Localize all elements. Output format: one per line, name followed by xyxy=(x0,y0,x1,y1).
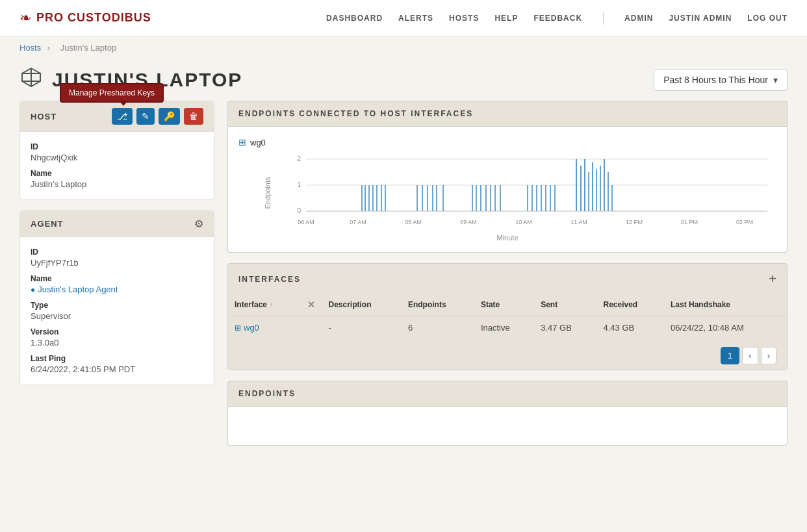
interfaces-header: INTERFACES + xyxy=(228,264,787,294)
interface-sort[interactable]: Interface ↑ xyxy=(235,300,294,309)
interfaces-section: INTERFACES + Interface ↑ xyxy=(227,263,788,370)
svg-rect-23 xyxy=(376,185,378,211)
svg-rect-30 xyxy=(436,185,437,211)
svg-text:02 PM: 02 PM xyxy=(736,219,753,225)
content-layout: HOST Manage Preshared Keys ⎇ ✎ 🔑 🗑 ID xyxy=(19,101,788,446)
y-axis-label: Endpoints xyxy=(264,177,272,209)
host-id-value: NhgcwtjQxik xyxy=(31,153,203,162)
svg-text:2: 2 xyxy=(297,155,301,162)
interfaces-title: INTERFACES xyxy=(238,275,301,284)
col-sent: Sent xyxy=(534,294,596,316)
next-page-button[interactable]: › xyxy=(761,347,776,364)
svg-rect-25 xyxy=(385,185,386,211)
chevron-down-icon: ▾ xyxy=(773,75,778,85)
agent-card-title: AGENT xyxy=(31,219,64,229)
nav-justin-admin[interactable]: JUSTIN ADMIN xyxy=(669,14,732,23)
nav-admin[interactable]: ADMIN xyxy=(624,14,653,23)
col-state: State xyxy=(474,294,534,316)
chart-svg-container: 2 1 0 06 AM 07 AM 08 AM 09 AM 10 AM xyxy=(277,153,776,233)
agent-last-ping-value: 6/24/2022, 2:41:05 PM PDT xyxy=(31,364,203,374)
svg-rect-51 xyxy=(596,169,597,211)
prev-page-button[interactable]: ‹ xyxy=(742,347,758,364)
chart-interface-name: wg0 xyxy=(250,138,266,147)
svg-text:0: 0 xyxy=(297,207,301,214)
svg-rect-35 xyxy=(485,185,487,211)
host-card: HOST Manage Preshared Keys ⎇ ✎ 🔑 🗑 ID xyxy=(19,101,214,200)
agent-version-value: 1.3.0a0 xyxy=(31,338,203,348)
nav-logout[interactable]: LOG OUT xyxy=(747,14,788,23)
svg-text:01 PM: 01 PM xyxy=(681,219,698,225)
col-received: Received xyxy=(596,294,663,316)
agent-id-label: ID xyxy=(31,247,203,257)
page-1-button[interactable]: 1 xyxy=(721,347,739,364)
manage-keys-tooltip: Manage Preshared Keys xyxy=(60,83,164,103)
host-card-header: HOST Manage Preshared Keys ⎇ ✎ 🔑 🗑 xyxy=(20,101,214,132)
cell-received: 4.43 GB xyxy=(596,316,663,339)
svg-rect-24 xyxy=(381,185,382,211)
add-interface-button[interactable]: + xyxy=(769,272,776,286)
col-endpoints: Endpoints xyxy=(402,294,474,316)
x-axis-label: Minute xyxy=(238,234,776,242)
svg-text:12 PM: 12 PM xyxy=(626,219,643,225)
cell-last-handshake: 06/24/22, 10:48 AM xyxy=(664,316,787,339)
svg-rect-32 xyxy=(472,185,473,211)
cell-remove xyxy=(301,316,322,339)
svg-text:08 AM: 08 AM xyxy=(405,219,422,225)
host-name-value: Justin's Laptop xyxy=(31,179,203,189)
delete-button[interactable]: 🗑 xyxy=(184,108,203,125)
breadcrumb-parent[interactable]: Hosts xyxy=(19,43,41,53)
nav-hosts[interactable]: HOSTS xyxy=(449,14,479,23)
chart-area: Endpoints 2 1 xyxy=(238,153,776,233)
nav-alerts[interactable]: ALERTS xyxy=(398,14,433,23)
breadcrumb-current: Justin's Laptop xyxy=(60,43,116,53)
col-last-handshake: Last Handshake xyxy=(664,294,787,316)
col-remove: ✕ xyxy=(301,294,322,316)
wg0-icon: ⊞ xyxy=(235,323,241,333)
host-id-label: ID xyxy=(31,142,203,151)
interfaces-table-container: Interface ↑ ✕ Description Endpoints Stat… xyxy=(228,294,787,370)
agent-link-text: Justin's Laptop Agent xyxy=(38,285,118,294)
endpoints-section: ENDPOINTS xyxy=(227,381,788,446)
left-panel: HOST Manage Preshared Keys ⎇ ✎ 🔑 🗑 ID xyxy=(19,101,214,446)
svg-text:10 AM: 10 AM xyxy=(515,219,532,225)
endpoints-chart-title: ENDPOINTS CONNECTED TO HOST INTERFACES xyxy=(238,109,473,118)
logo-icon: ❧ xyxy=(19,10,31,27)
branch-button[interactable]: ⎇ xyxy=(112,108,133,125)
svg-rect-19 xyxy=(361,185,363,211)
wg-chart-icon: ⊞ xyxy=(238,137,246,147)
svg-rect-39 xyxy=(527,185,528,211)
svg-rect-40 xyxy=(532,185,533,211)
edit-button[interactable]: ✎ xyxy=(136,108,155,125)
svg-rect-38 xyxy=(500,185,501,211)
svg-rect-46 xyxy=(576,159,577,211)
svg-rect-41 xyxy=(536,185,537,211)
svg-rect-54 xyxy=(608,172,609,211)
nav-help[interactable]: HELP xyxy=(494,14,518,23)
nav-feedback[interactable]: FEEDBACK xyxy=(533,14,582,23)
agent-version-label: Version xyxy=(31,327,203,336)
wg0-link[interactable]: ⊞ wg0 xyxy=(235,323,294,333)
endpoints-section-body xyxy=(228,406,787,445)
svg-text:1: 1 xyxy=(297,181,301,188)
agent-name-label: Name xyxy=(31,274,203,283)
host-actions: Manage Preshared Keys ⎇ ✎ 🔑 🗑 xyxy=(112,108,203,125)
nav-dashboard[interactable]: DASHBOARD xyxy=(326,14,383,23)
key-button[interactable]: 🔑 xyxy=(159,108,180,125)
agent-type-label: Type xyxy=(31,301,203,310)
time-range-dropdown[interactable]: Past 8 Hours to This Hour ▾ xyxy=(654,69,788,91)
svg-rect-27 xyxy=(422,185,423,211)
logo-text: PRO CUSTODIBUS xyxy=(36,11,151,25)
endpoints-chart-body: ⊞ wg0 Endpoints xyxy=(228,126,787,252)
interfaces-table-head: Interface ↑ ✕ Description Endpoints Stat… xyxy=(228,294,787,316)
endpoints-section-title: ENDPOINTS xyxy=(238,389,296,398)
svg-rect-50 xyxy=(592,162,593,211)
svg-rect-28 xyxy=(427,185,428,211)
svg-rect-48 xyxy=(584,159,585,211)
svg-rect-55 xyxy=(611,185,613,211)
agent-settings-button[interactable]: ⚙ xyxy=(194,218,203,230)
agent-link[interactable]: ● Justin's Laptop Agent xyxy=(31,285,203,294)
svg-rect-31 xyxy=(442,185,444,211)
table-row: ⊞ wg0 - 6 Inactive 3.47 GB 4.43 GB xyxy=(228,316,787,339)
host-cube-icon xyxy=(19,66,43,94)
wg0-name: wg0 xyxy=(244,323,259,333)
